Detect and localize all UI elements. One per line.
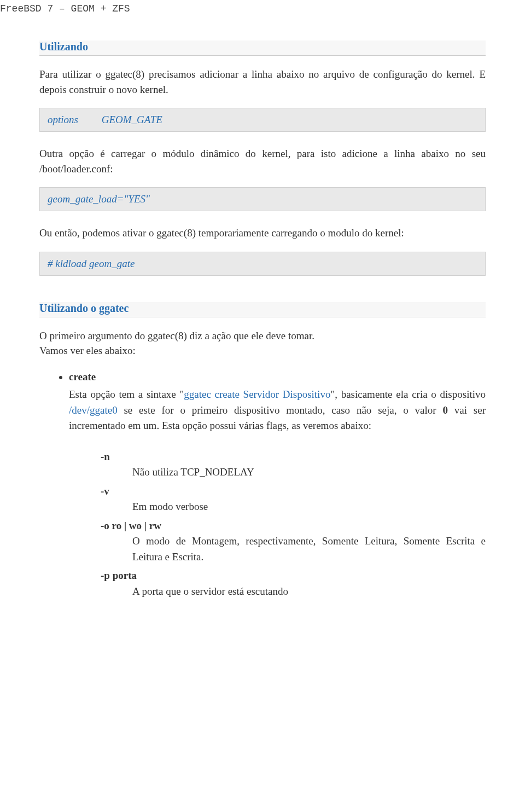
- paragraph: Outra opção é carregar o módulo dinâmico…: [39, 146, 486, 176]
- text: ", basicamente ela cria o dispositivo: [330, 388, 486, 400]
- flag-name: -o ro | wo | rw: [101, 518, 486, 534]
- flag-description: Em modo verbose: [132, 499, 486, 515]
- flag-name: -n: [101, 449, 486, 465]
- list-item: create Esta opção tem a sintaxe "ggatec …: [69, 369, 486, 600]
- code-block: options GEOM_GATE: [39, 108, 486, 132]
- flag-description: O modo de Montagem, respectivamente, Som…: [132, 533, 486, 565]
- text: se este for o primeiro dispositivo monta…: [118, 404, 443, 416]
- paragraph: Vamos ver eles abaixo:: [39, 343, 486, 358]
- code-block: geom_gate_load="YES": [39, 187, 486, 211]
- command-text: ggatec create Servidor Dispositivo: [184, 388, 330, 400]
- code-text: geom_gate_load="YES": [48, 193, 150, 205]
- option-name: create: [69, 371, 96, 382]
- paragraph: O primeiro argumento do ggatec(8) diz a …: [39, 328, 486, 344]
- path-text: /dev/ggate0: [69, 404, 118, 416]
- flag-description: Não utiliza TCP_NODELAY: [132, 465, 486, 480]
- code-text: options GEOM_GATE: [48, 114, 162, 125]
- text: Esta opção tem a sintaxe ": [69, 388, 184, 400]
- page-content: FreeBSD 7 – GEOM + ZFS Utilizando Para u…: [0, 0, 525, 631]
- code-block: # kldload geom_gate: [39, 252, 486, 276]
- section-heading-ggatec: Utilizando o ggatec: [39, 302, 486, 317]
- flag-name: -v: [101, 484, 486, 500]
- code-text: # kldload geom_gate: [48, 258, 135, 269]
- option-description: Esta opção tem a sintaxe "ggatec create …: [69, 387, 486, 434]
- flags-list: -n Não utiliza TCP_NODELAY -v Em modo ve…: [101, 449, 486, 600]
- section-heading-utilizando: Utilizando: [39, 40, 486, 56]
- paragraph: Para utilizar o ggatec(8) precisamos adi…: [39, 67, 486, 97]
- value-text: 0: [442, 404, 448, 416]
- flag-name: -p porta: [101, 568, 486, 584]
- flag-description: A porta que o servidor está escutando: [132, 584, 486, 600]
- paragraph: Ou então, podemos ativar o ggatec(8) tem…: [39, 225, 486, 241]
- page-header: FreeBSD 7 – GEOM + ZFS: [0, 0, 486, 14]
- option-list: create Esta opção tem a sintaxe "ggatec …: [39, 369, 486, 600]
